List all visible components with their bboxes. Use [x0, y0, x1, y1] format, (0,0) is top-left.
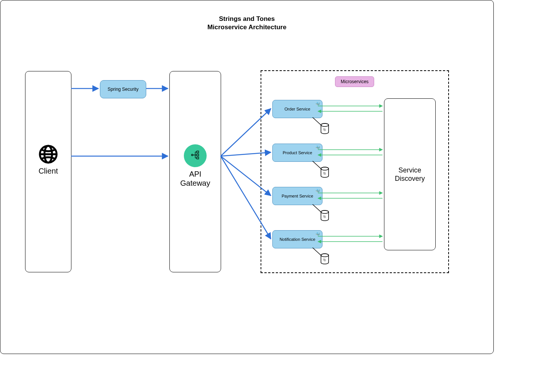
client-label: Client [25, 166, 71, 175]
service-discovery-label: Service Discovery [395, 166, 425, 183]
svg-text:🐘: 🐘 [323, 215, 327, 218]
api-gateway-label-2: Gateway [180, 179, 210, 187]
microservices-badge-label: Microservices [341, 79, 368, 84]
spring-security-box: Spring Security [100, 80, 146, 98]
diagram-canvas: Strings and Tones Microservice Architect… [0, 0, 494, 354]
docker-icon: 🐳 [315, 189, 320, 193]
docker-icon: 🐳 [315, 145, 320, 150]
sd-label-1: Service [398, 166, 421, 174]
api-icon [190, 150, 201, 162]
database-icon: 🐘 [320, 167, 329, 178]
gateway-circle [184, 144, 207, 167]
globe-icon [38, 144, 58, 166]
api-gateway-box: API Gateway [169, 71, 221, 272]
svg-text:🐘: 🐘 [323, 171, 327, 175]
svg-rect-11 [197, 157, 199, 159]
svg-rect-9 [197, 151, 199, 153]
api-gateway-label-1: API [189, 170, 201, 178]
title-line-2: Microservice Architecture [207, 24, 286, 31]
database-icon: 🐘 [320, 253, 329, 265]
title-line-1: Strings and Tones [219, 15, 275, 22]
service-box-order: 🐳 Order Service [272, 100, 322, 118]
svg-rect-10 [197, 154, 199, 156]
service-label: Payment Service [281, 194, 313, 198]
client-box: Client [25, 71, 71, 272]
svg-point-3 [191, 154, 193, 156]
database-icon: 🐘 [320, 123, 329, 134]
service-box-notification: 🐳 Notification Service [272, 230, 322, 248]
microservices-badge: Microservices [335, 76, 374, 87]
database-icon: 🐘 [320, 210, 329, 221]
svg-text:🐘: 🐘 [323, 128, 327, 131]
service-label: Product Service [283, 150, 312, 155]
api-gateway-label: API Gateway [170, 169, 221, 188]
service-box-product: 🐳 Product Service [272, 144, 322, 162]
service-box-payment: 🐳 Payment Service [272, 187, 322, 205]
service-label: Order Service [284, 107, 310, 111]
docker-icon: 🐳 [315, 232, 320, 236]
sd-label-2: Discovery [395, 175, 425, 182]
svg-text:🐘: 🐘 [323, 258, 327, 262]
spring-security-label: Spring Security [107, 87, 138, 92]
service-discovery-box: Service Discovery [384, 98, 436, 250]
docker-icon: 🐳 [315, 102, 320, 106]
diagram-title: Strings and Tones Microservice Architect… [0, 15, 493, 32]
service-label: Notification Service [280, 237, 315, 242]
